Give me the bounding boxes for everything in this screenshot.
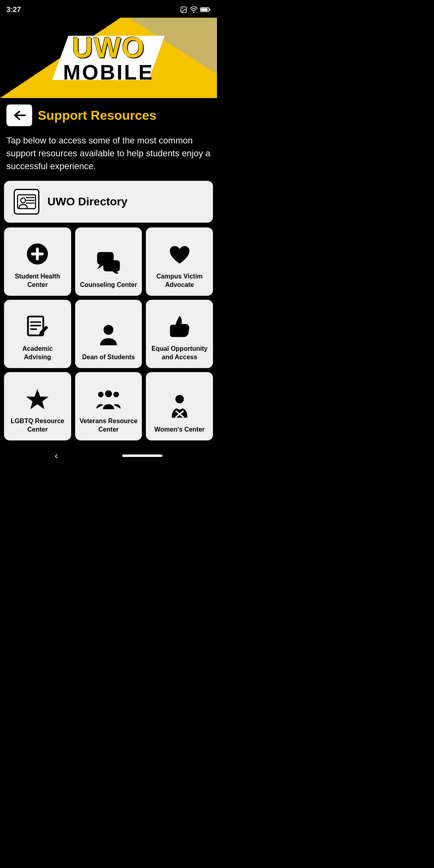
- svg-marker-24: [26, 389, 49, 409]
- svg-marker-17: [112, 271, 120, 274]
- chat-bubbles-icon: [96, 251, 121, 277]
- dean-students-card[interactable]: Dean of Students: [75, 300, 142, 368]
- bottom-nav: ‹: [0, 444, 217, 465]
- thumbs-up-icon: [169, 315, 190, 341]
- nav-back-arrow[interactable]: ‹: [55, 450, 58, 461]
- status-time: 3:27: [6, 6, 21, 14]
- svg-point-27: [113, 392, 119, 397]
- womens-label: Women's Center: [154, 426, 205, 434]
- svg-rect-23: [170, 326, 174, 336]
- group-icon: [96, 388, 121, 413]
- svg-point-26: [98, 392, 104, 397]
- counseling-label: Counseling Center: [80, 281, 137, 289]
- veterans-label: Veterans Resource Center: [79, 417, 138, 434]
- plus-circle-icon: [26, 243, 49, 268]
- directory-card-icon: [17, 194, 36, 209]
- equal-opportunity-label: Equal Opportunity and Access: [150, 345, 209, 362]
- counseling-card[interactable]: Counseling Center: [75, 227, 142, 296]
- directory-label: UWO Directory: [47, 195, 127, 208]
- back-arrow-icon: [13, 109, 26, 122]
- banner-text: UWO MOBILE: [63, 33, 154, 83]
- svg-point-28: [175, 395, 184, 403]
- svg-rect-5: [209, 9, 210, 11]
- page-header: Support Resources: [0, 98, 217, 129]
- svg-point-1: [182, 8, 183, 9]
- edit-document-icon: [27, 315, 48, 341]
- veterans-card[interactable]: Veterans Resource Center: [75, 372, 142, 440]
- status-icons: [180, 6, 211, 13]
- star-icon: [26, 388, 49, 413]
- banner-uwo: UWO: [63, 33, 154, 62]
- person-icon: [98, 323, 119, 349]
- svg-point-25: [105, 390, 112, 397]
- resource-grid: Student Health Center Counseling Center: [4, 227, 213, 440]
- academic-advising-label: Academic Advising: [8, 345, 67, 362]
- dean-students-label: Dean of Students: [82, 353, 135, 362]
- page-title: Support Resources: [38, 108, 156, 123]
- victim-advocate-label: Campus Victim Advocate: [150, 272, 209, 289]
- uwo-directory-card[interactable]: UWO Directory: [4, 181, 213, 223]
- back-button[interactable]: [6, 104, 32, 126]
- status-bar: 3:27: [0, 0, 217, 18]
- equal-opportunity-card[interactable]: Equal Opportunity and Access: [146, 300, 213, 368]
- svg-point-22: [104, 325, 114, 335]
- home-pill[interactable]: [122, 454, 162, 457]
- banner-mobile: MOBILE: [63, 62, 154, 83]
- person-x-icon: [169, 394, 190, 422]
- directory-icon: [14, 189, 39, 215]
- header-banner: UWO MOBILE: [0, 18, 217, 98]
- svg-point-2: [193, 12, 194, 13]
- content-area: UWO Directory Student Health Center: [0, 181, 217, 444]
- student-health-card[interactable]: Student Health Center: [4, 227, 71, 296]
- student-health-label: Student Health Center: [8, 272, 67, 289]
- heart-icon: [168, 244, 191, 268]
- wifi-icon: [190, 6, 198, 13]
- svg-rect-4: [201, 8, 207, 11]
- svg-rect-13: [31, 253, 44, 256]
- description-text: Tap below to access some of the most com…: [0, 129, 217, 181]
- lgbtq-card[interactable]: LGBTQ Resource Center: [4, 372, 71, 440]
- academic-advising-card[interactable]: Academic Advising: [4, 300, 71, 368]
- image-icon: [180, 6, 187, 13]
- womens-card[interactable]: Women's Center: [146, 372, 213, 440]
- lgbtq-label: LGBTQ Resource Center: [8, 417, 67, 434]
- svg-rect-16: [103, 260, 120, 271]
- battery-icon: [200, 7, 211, 12]
- victim-advocate-card[interactable]: Campus Victim Advocate: [146, 227, 213, 296]
